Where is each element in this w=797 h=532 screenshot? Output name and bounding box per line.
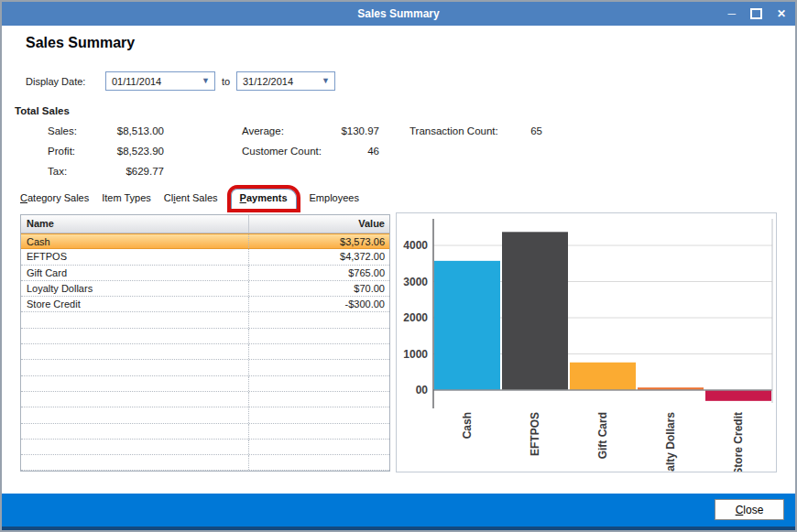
ytick-label-4000: 4000 [403, 239, 428, 252]
tab-employees[interactable]: Employees [310, 189, 359, 203]
cell-value [249, 440, 389, 454]
tab-category-sales[interactable]: Category Sales [20, 189, 89, 203]
cell-value: $3,573.06 [249, 234, 389, 248]
table-row-empty [21, 360, 389, 375]
cell-name [21, 392, 249, 407]
column-header-name[interactable]: Name [21, 215, 249, 233]
xtick-label-store-credit: Store Credit [732, 412, 745, 472]
cell-value: $4,372.00 [249, 249, 389, 264]
footer-bar: Close [2, 494, 795, 527]
cell-name [21, 312, 249, 327]
table-row-empty [21, 440, 389, 455]
table-row-eftpos[interactable]: EFTPOS$4,372.00 [21, 249, 389, 265]
ytick-label-1000: 1000 [403, 348, 428, 361]
table-row-empty [21, 407, 389, 423]
cell-name: Gift Card [21, 266, 249, 280]
bar-store-credit [705, 390, 771, 401]
date-from-value: 01/11/2014 [112, 76, 161, 87]
total-label-tax-: Tax: [48, 166, 67, 177]
footer-accent-line [2, 527, 795, 530]
cell-name [21, 440, 249, 454]
total-value-tax-: $629.77 [93, 166, 164, 177]
cell-name [21, 329, 249, 343]
table-row-empty [21, 312, 389, 328]
cell-name: Loyalty Dollars [21, 281, 249, 296]
table-row-empty [21, 455, 389, 471]
maximize-icon[interactable] [750, 8, 762, 20]
total-value-average-: $130.97 [304, 125, 379, 136]
chevron-down-icon[interactable]: ▼ [322, 76, 330, 85]
cell-value [249, 455, 389, 470]
date-to-word: to [222, 76, 230, 87]
date-from-combobox[interactable]: 01/11/2014 ▼ [105, 71, 215, 91]
total-value-profit-: $8,523.90 [93, 146, 164, 157]
table-row-gift-card[interactable]: Gift Card$765.00 [21, 266, 389, 281]
cell-name [21, 344, 249, 359]
minimize-icon[interactable]: ─ [727, 9, 736, 18]
cell-value: $70.00 [249, 281, 389, 296]
bar-cash [434, 261, 500, 390]
payments-bar-chart-panel: 001000200030004000CashEFTPOSGift CardLoy… [396, 212, 777, 472]
window-title: Sales Summary [2, 2, 795, 26]
window-controls: ─ ✕ [727, 2, 786, 26]
chevron-down-icon[interactable]: ▼ [202, 76, 210, 85]
total-label-average-: Average: [242, 125, 284, 136]
cell-value [249, 312, 389, 327]
cell-value: $765.00 [249, 266, 389, 280]
date-to-value: 31/12/2014 [243, 76, 293, 87]
cell-name [21, 424, 249, 439]
total-value-customer-count-: 46 [304, 146, 379, 157]
ytick-label-2000: 2000 [403, 311, 428, 324]
total-sales-heading: Total Sales [15, 105, 70, 116]
ytick-label-3000: 3000 [403, 276, 428, 288]
bar-gift-card [570, 363, 636, 390]
total-value-sales-: $8,513.00 [93, 125, 164, 136]
date-to-combobox[interactable]: 31/12/2014 ▼ [236, 71, 335, 91]
page-title: Sales Summary [26, 35, 135, 51]
column-header-value[interactable]: Value [249, 215, 389, 233]
sales-summary-window: Sales Summary ─ ✕ Sales Summary Display … [0, 0, 797, 532]
cell-name [21, 407, 249, 422]
cell-value [249, 392, 389, 407]
cell-value [249, 344, 389, 359]
payments-bar-chart: 001000200030004000CashEFTPOSGift CardLoy… [397, 213, 776, 472]
bar-eftpos [502, 232, 568, 390]
table-row-empty [21, 376, 389, 392]
cell-value [249, 360, 389, 375]
tab-client-sales[interactable]: Client Sales [164, 189, 218, 203]
cell-name: Cash [21, 234, 249, 248]
cell-value: -$300.00 [249, 297, 389, 311]
cell-value [249, 407, 389, 422]
tab-strip: Category SalesItem TypesClient SalesPaym… [20, 189, 359, 212]
total-label-profit-: Profit: [48, 146, 75, 157]
xtick-label-gift-card: Gift Card [596, 412, 609, 459]
xtick-label-cash: Cash [461, 412, 474, 439]
title-bar: Sales Summary ─ ✕ [2, 2, 795, 26]
close-button[interactable]: Close [715, 499, 784, 520]
cell-name: EFTPOS [21, 249, 249, 264]
table-row-loyalty-dollars[interactable]: Loyalty Dollars$70.00 [21, 281, 389, 297]
table-row-empty [21, 392, 389, 407]
total-value-transaction-count-: 65 [478, 125, 542, 136]
xtick-label-eftpos: EFTPOS [529, 412, 541, 456]
tab-item-types[interactable]: Item Types [102, 189, 151, 203]
maximize-box-glyph [750, 8, 762, 19]
cell-value [249, 329, 389, 343]
cell-name [21, 360, 249, 375]
cell-name: Store Credit [21, 297, 249, 311]
table-row-empty [21, 424, 389, 440]
cell-name [21, 376, 249, 391]
display-date-label: Display Date: [26, 76, 85, 87]
table-row-empty [21, 344, 389, 360]
xtick-label-loyalty-dollars: Loyalty Dollars [664, 412, 677, 472]
table-row-cash[interactable]: Cash$3,573.06 [21, 233, 389, 249]
payments-table: Name Value Cash$3,573.06EFTPOS$4,372.00G… [20, 214, 390, 472]
total-label-sales-: Sales: [48, 125, 77, 136]
table-header: Name Value [21, 215, 389, 233]
tab-payments[interactable]: Payments [231, 189, 297, 209]
ytick-label-0: 00 [416, 384, 429, 396]
cell-value [249, 376, 389, 391]
table-row-empty [21, 329, 389, 344]
close-icon[interactable]: ✕ [777, 9, 786, 18]
table-row-store-credit[interactable]: Store Credit-$300.00 [21, 297, 389, 312]
